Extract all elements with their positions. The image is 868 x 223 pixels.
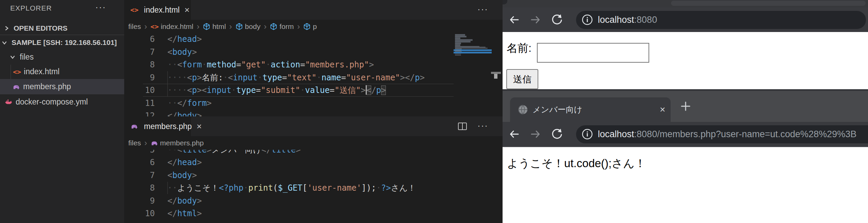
address-bar[interactable]: localhost:8080/members.php?user-name=ut.…: [576, 125, 868, 143]
tab-index-html[interactable]: <> index.html ×: [124, 0, 191, 20]
minimap-line: [455, 36, 466, 37]
browser-tab-members[interactable]: メンバー向け ×: [510, 97, 671, 122]
code-editor-index-html[interactable]: 6</head>7<body>8··<form·method="get"·act…: [124, 33, 454, 116]
line-number: 5: [124, 150, 155, 156]
close-icon[interactable]: ×: [184, 5, 190, 15]
tab-label: members.php: [144, 122, 192, 131]
minimap-line: [455, 38, 460, 39]
name-text-input[interactable]: [537, 43, 649, 63]
breadcrumb-separator: ›: [144, 22, 147, 31]
url-host: localhost: [598, 129, 634, 139]
html-file-icon: <>: [13, 68, 21, 76]
php-elephant-icon: [150, 139, 158, 147]
breadcrumb[interactable]: files›members.php: [128, 136, 469, 150]
breadcrumb-label: form: [279, 22, 294, 31]
indent-guide: [167, 182, 168, 194]
code-line: 10</html>: [124, 207, 454, 220]
file-label: members.php: [23, 82, 71, 91]
back-icon[interactable]: [508, 128, 520, 140]
sidebar-item-open-editors[interactable]: OPEN EDITORS: [0, 22, 124, 34]
breadcrumb[interactable]: files›<>index.html›html›body›form›p: [128, 20, 469, 33]
line-number: 12: [124, 109, 155, 116]
url-path: :8080: [634, 15, 657, 25]
site-info-icon[interactable]: [582, 14, 593, 26]
reload-icon[interactable]: [551, 14, 563, 26]
code-line: 8··ようこそ！<?php·print($_GET['user-name']);…: [124, 181, 454, 194]
breadcrumb-item[interactable]: p: [303, 22, 317, 31]
line-number: 6: [124, 33, 155, 46]
breadcrumb-separator: ›: [144, 138, 147, 148]
breadcrumb-item[interactable]: html: [203, 22, 226, 31]
breadcrumb-label: html: [212, 22, 226, 31]
breadcrumb-item[interactable]: form: [270, 22, 294, 31]
explorer-sidebar: EXPLORER ··· OPEN EDITORS SAMPLE [SSH: 1…: [0, 0, 124, 223]
minimap-line: [455, 45, 460, 46]
webpage-form: 名前: 送信: [503, 32, 868, 89]
docker-whale-icon: [5, 98, 12, 106]
line-number: 11: [124, 97, 155, 110]
folder-label: files: [20, 52, 34, 62]
minimap-line: [455, 35, 465, 36]
welcome-text: ようこそ！ut.code();さん！: [507, 156, 646, 171]
address-bar[interactable]: localhost:8080: [576, 11, 866, 29]
line-number: 6: [124, 156, 155, 169]
line-number: 10: [124, 207, 155, 220]
minimap-line: [455, 42, 471, 43]
breadcrumb-label: p: [313, 22, 317, 31]
submit-button[interactable]: 送信: [506, 69, 538, 89]
new-tab-icon[interactable]: [679, 100, 692, 112]
code-line: 11··</form>: [124, 97, 454, 110]
browser-window-bottom: メンバー向け × loc: [503, 89, 868, 223]
minimap-line: [455, 47, 486, 48]
explorer-more-icon[interactable]: ···: [95, 2, 106, 13]
sidebar-item-docker-compose[interactable]: docker-compose.yml: [0, 95, 124, 109]
back-icon[interactable]: [508, 14, 520, 26]
sidebar-divider: [0, 35, 124, 35]
symbol-cube-icon: [203, 23, 210, 30]
symbol-cube-icon: [235, 23, 243, 30]
sidebar-item-workspace[interactable]: SAMPLE [SSH: 192.168.56.101]: [0, 36, 124, 49]
indent-guide: [167, 71, 168, 96]
breadcrumb-item[interactable]: files: [128, 22, 141, 31]
tab-title: メンバー向け: [533, 104, 582, 115]
line-number: 9: [124, 71, 155, 84]
reload-icon[interactable]: [551, 128, 563, 140]
workspace-label: SAMPLE [SSH: 192.168.56.101]: [12, 38, 117, 47]
browser-window-top: localhost:8080 名前: 送信: [503, 0, 868, 89]
forward-icon[interactable]: [529, 14, 542, 26]
breadcrumb-label: files: [128, 22, 141, 31]
browser-toolbar: localhost:8080: [503, 7, 868, 32]
sidebar-item-files-folder[interactable]: files: [0, 50, 124, 63]
sidebar-item-members-php[interactable]: members.php: [0, 79, 124, 94]
globe-icon: [518, 104, 528, 115]
breadcrumb-item[interactable]: body: [235, 22, 261, 31]
minimap[interactable]: [454, 116, 492, 223]
url-host: localhost: [598, 15, 634, 25]
close-icon[interactable]: ×: [660, 104, 665, 115]
forward-icon[interactable]: [529, 128, 542, 140]
minimap[interactable]: [454, 0, 492, 116]
code-line: 7<body>: [124, 169, 454, 182]
symbol-cube-icon: [303, 23, 311, 30]
code-line: 8··<form·method="get"·action="members.ph…: [124, 58, 454, 71]
sidebar-item-index-html[interactable]: <> index.html: [0, 64, 124, 79]
url-text: localhost:8080/members.php?user-name=ut.…: [598, 129, 856, 140]
close-icon[interactable]: ×: [197, 121, 202, 132]
site-info-icon[interactable]: [582, 128, 593, 140]
breadcrumb-item[interactable]: <>index.html: [150, 22, 193, 31]
breadcrumb-item[interactable]: files: [128, 139, 141, 147]
mouse-cursor: [494, 74, 497, 79]
open-editors-label: OPEN EDITORS: [14, 24, 67, 32]
url-text: localhost:8080: [598, 15, 657, 25]
file-label: docker-compose.yml: [16, 97, 88, 107]
minimap-line: [455, 40, 473, 41]
code-editor-members-php[interactable]: 5··<title>メンバー向け</title>6</head>7<body>8…: [124, 150, 454, 223]
editor-area: <> index.html × ··· files›<>index.html›h…: [124, 0, 503, 223]
breadcrumb-separator: ›: [297, 22, 300, 31]
symbol-cube-icon: [270, 23, 277, 30]
breadcrumb-item[interactable]: members.php: [150, 139, 203, 147]
chevron-right-icon: [3, 25, 10, 32]
code-line: 9····<p>名前:·<input·type="text"·name="use…: [124, 71, 454, 84]
browser-tabstrip-item[interactable]: [671, 1, 866, 6]
tab-members-php[interactable]: members.php ×: [124, 116, 191, 136]
